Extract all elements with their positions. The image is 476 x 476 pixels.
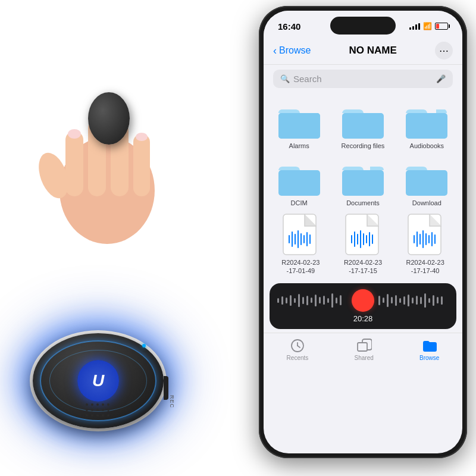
folder-icon — [422, 338, 437, 353]
back-button[interactable]: ‹ Browse — [273, 45, 311, 57]
clock-icon — [290, 338, 305, 353]
small-device — [88, 92, 130, 145]
recording-time: 20:28 — [353, 314, 373, 323]
dynamic-island — [330, 17, 396, 35]
folder-icon — [278, 105, 321, 139]
search-bar: 🔍 Search 🎤 — [264, 65, 462, 93]
back-chevron-icon: ‹ — [273, 45, 277, 57]
svg-rect-4 — [133, 134, 150, 196]
folder-name: Recording files — [342, 142, 385, 150]
list-item[interactable]: R2024-02-23 -17-01-49 — [273, 213, 328, 274]
wifi-icon: 📶 — [423, 22, 432, 30]
folder-name: Audiobooks — [410, 142, 444, 150]
status-icons: 📶 — [409, 22, 448, 30]
phone-mockup: 16:40 📶 — [259, 6, 467, 458]
signal-bar-3 — [415, 24, 417, 30]
list-item[interactable]: R2024-02-23 -17-17-15 — [336, 213, 391, 274]
device-logo-text: U — [92, 371, 104, 390]
audio-files-grid: R2024-02-23 -17-01-49 — [264, 213, 462, 279]
audio-file-icon — [345, 213, 381, 256]
microphone-icon: 🎤 — [436, 74, 446, 83]
nav-title: NO NAME — [349, 45, 397, 57]
recording-wave-row — [277, 289, 449, 312]
folder-name: Download — [412, 199, 441, 207]
audio-file-icon — [407, 213, 444, 256]
bottom-device-body: U — [33, 333, 164, 428]
waveform-left — [277, 293, 348, 308]
folder-icon — [342, 105, 384, 139]
tab-label-browse: Browse — [419, 355, 439, 361]
phone-screen: 16:40 📶 — [264, 11, 462, 453]
tab-label-shared: Shared — [355, 355, 374, 361]
nav-header: ‹ Browse NO NAME ⋯ — [264, 37, 462, 65]
device-led — [142, 344, 146, 347]
svg-rect-15 — [342, 170, 384, 196]
list-item[interactable]: Audiobooks — [401, 105, 453, 150]
search-icon: 🔍 — [280, 74, 290, 83]
search-placeholder: Search — [293, 74, 433, 84]
tab-label-recents: Recents — [287, 355, 309, 361]
svg-point-9 — [136, 133, 148, 141]
signal-bar-1 — [409, 27, 411, 30]
svg-line-46 — [298, 346, 300, 347]
more-button[interactable]: ⋯ — [435, 42, 453, 60]
svg-rect-26 — [346, 214, 378, 255]
svg-rect-35 — [408, 214, 441, 255]
list-item[interactable]: R2024-02-23 -17-17-40 — [397, 213, 453, 274]
audio-file-icon — [282, 213, 319, 256]
tab-bar: Recents Shared Browse — [264, 333, 462, 364]
list-item[interactable]: Recording files — [337, 105, 389, 150]
svg-rect-11 — [278, 113, 320, 139]
bottom-device-container: U — [18, 309, 184, 440]
folder-name: Alarms — [289, 142, 309, 150]
device-side-button[interactable] — [164, 376, 168, 400]
tab-browse[interactable]: Browse — [410, 338, 449, 361]
speaker-dots — [86, 403, 111, 418]
folder-icon — [342, 162, 384, 196]
folder-icon — [278, 162, 321, 196]
battery-icon — [435, 23, 448, 30]
file-name: R2024-02-23 -17-01-49 — [281, 259, 320, 274]
svg-rect-12 — [342, 113, 384, 139]
file-name: R2024-02-23 -17-17-15 — [344, 259, 382, 274]
waveform-right — [378, 293, 449, 308]
rec-label: REC — [169, 395, 175, 408]
folder-name: Documents — [346, 199, 380, 207]
tab-recents[interactable]: Recents — [277, 338, 318, 361]
svg-rect-16 — [406, 170, 447, 196]
svg-rect-14 — [278, 170, 320, 196]
more-icon: ⋯ — [439, 45, 449, 57]
record-stop-button[interactable] — [352, 289, 374, 312]
shared-icon — [356, 338, 372, 353]
list-item[interactable]: Download — [401, 162, 453, 207]
status-time: 16:40 — [278, 21, 300, 32]
battery-fill — [436, 24, 439, 29]
svg-point-6 — [68, 129, 81, 139]
list-item[interactable]: DCIM — [273, 162, 325, 207]
list-item[interactable]: Documents — [337, 162, 389, 207]
svg-rect-17 — [283, 214, 316, 255]
signal-bar-4 — [418, 23, 420, 30]
file-name: R2024-02-23 -17-17-40 — [406, 259, 444, 274]
list-item[interactable]: Alarms — [273, 105, 325, 150]
device-logo: U — [77, 360, 119, 402]
back-label: Browse — [279, 45, 311, 56]
svg-rect-13 — [406, 113, 447, 139]
signal-bar-2 — [412, 26, 414, 30]
svg-rect-47 — [358, 343, 367, 351]
folder-icon — [405, 162, 448, 196]
recording-bar[interactable]: 20:28 — [270, 283, 456, 329]
signal-bars-icon — [409, 23, 420, 30]
scene: U — [0, 0, 476, 476]
tab-shared[interactable]: Shared — [345, 338, 383, 361]
search-input-container[interactable]: 🔍 Search 🎤 — [273, 70, 453, 88]
files-grid: Alarms Recording files — [264, 93, 462, 213]
folder-icon — [405, 105, 448, 139]
folder-name: DCIM — [291, 199, 308, 207]
